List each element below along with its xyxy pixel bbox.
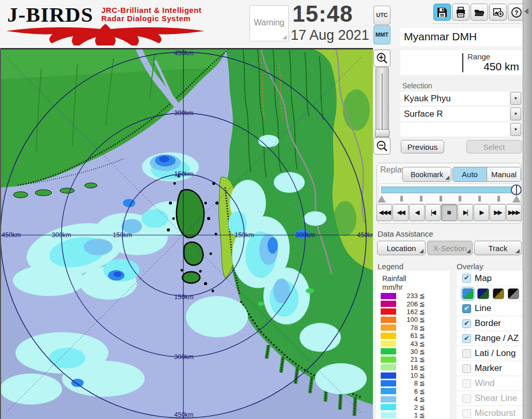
- lte-symbol: ≦: [419, 395, 425, 403]
- bookmark-button[interactable]: Bookmark: [402, 167, 451, 182]
- data-assistance-label: Data Assistance: [378, 229, 433, 238]
- product-dropdown-arrow[interactable]: ▼: [510, 107, 521, 120]
- legend-row: 43≦: [381, 339, 442, 347]
- replay-mode-toggle: Auto Manual: [452, 167, 521, 182]
- option-dropdown[interactable]: [400, 122, 509, 136]
- lte-symbol: ≦: [419, 340, 425, 348]
- map-style-swatch[interactable]: [508, 288, 519, 299]
- overlay-item-label: Map: [475, 273, 492, 284]
- legend-row: 2≦: [381, 403, 442, 411]
- lte-symbol: ≦: [419, 308, 425, 316]
- overlay-item-lati-long: Lati / Long: [457, 346, 523, 361]
- legend-value: 78: [396, 324, 418, 332]
- zoom-slider-line: [382, 73, 383, 129]
- legend-unit: mm/hr: [382, 283, 403, 291]
- clock-time: 15:48: [292, 1, 353, 27]
- overlay-list: MapLineBorderRange / AZLati / LongMarker…: [457, 271, 523, 419]
- product-dropdown[interactable]: Surface R: [400, 107, 509, 121]
- legend-row: 233≦: [381, 292, 442, 300]
- legend-value: 233: [396, 292, 418, 300]
- print-button[interactable]: [452, 4, 470, 21]
- legend-row: 78≦: [381, 324, 442, 332]
- auto-button[interactable]: Auto: [453, 167, 487, 181]
- station-dropdown[interactable]: Kyauk Phyu: [400, 91, 509, 105]
- checkbox[interactable]: [462, 394, 471, 403]
- legend-swatch: [381, 404, 396, 410]
- lte-symbol: ≦: [419, 379, 425, 387]
- select-button[interactable]: Select: [466, 140, 522, 153]
- legend-value: 6: [396, 387, 418, 395]
- utc-button[interactable]: UTC: [373, 6, 390, 25]
- checkbox[interactable]: [462, 304, 471, 313]
- stop-button[interactable]: ■: [441, 204, 457, 221]
- location-button[interactable]: Location: [377, 241, 426, 255]
- checkbox[interactable]: [462, 349, 471, 358]
- slider-tick: [478, 196, 481, 201]
- overlay-item-label: Wind: [475, 378, 495, 389]
- warning-button[interactable]: Warning: [249, 5, 289, 41]
- overlay-item-label: Microburst: [475, 408, 515, 418]
- overlay-item-marker: Marker: [457, 361, 523, 376]
- lte-symbol: ≦: [419, 404, 425, 411]
- zoom-out-button[interactable]: [373, 137, 390, 154]
- lte-symbol: ≦: [419, 364, 425, 371]
- panel-collapse-strip[interactable]: [523, 0, 532, 419]
- option-dropdown-arrow[interactable]: ▼: [510, 123, 521, 136]
- checkbox[interactable]: [462, 379, 471, 388]
- lte-symbol: ≦: [419, 292, 425, 300]
- map-style-swatch[interactable]: [493, 288, 504, 299]
- overlay-item-label: Range / AZ: [475, 333, 519, 344]
- collapse-arrow-icon[interactable]: [524, 8, 528, 14]
- save-button[interactable]: [433, 4, 451, 21]
- zoom-slider-handle[interactable]: [375, 129, 389, 137]
- legend-row: 162≦: [381, 308, 442, 316]
- legend-swatch: [381, 396, 396, 402]
- station-dropdown-arrow[interactable]: ▼: [510, 92, 521, 105]
- legend-swatch: [381, 293, 396, 299]
- map-left-edge: [0, 48, 1, 419]
- checkbox[interactable]: [462, 409, 471, 418]
- lte-symbol: ≦: [419, 355, 425, 363]
- step-forward-button[interactable]: ▶|: [458, 204, 473, 221]
- replay-slider-bar[interactable]: [381, 187, 517, 193]
- map-style-swatch[interactable]: [462, 288, 474, 299]
- slider-start-marker[interactable]: [378, 195, 386, 203]
- zoom-in-button[interactable]: [373, 50, 390, 67]
- radar-map[interactable]: 450km 300km 150km 150km 300km 450km 450k…: [0, 48, 373, 419]
- legend-swatch: [381, 340, 396, 347]
- play-reverse-button[interactable]: ◀: [409, 204, 425, 221]
- legend-row: 4≦: [381, 395, 442, 403]
- manual-button[interactable]: Manual: [487, 167, 521, 181]
- legend-value: 8: [396, 379, 418, 387]
- slider-tick: [400, 196, 403, 201]
- legend-swatch: [381, 348, 396, 354]
- step-back-button[interactable]: |◀: [425, 204, 441, 221]
- open-folder-button[interactable]: [471, 4, 488, 21]
- map-style-swatch[interactable]: [477, 288, 489, 299]
- add-image-button[interactable]: [489, 4, 507, 21]
- legend-row: 21≦: [381, 355, 442, 363]
- help-icon: ?: [511, 7, 522, 18]
- legend-swatch: [381, 324, 396, 331]
- checkbox[interactable]: [462, 364, 471, 373]
- mmt-button[interactable]: MMT: [373, 25, 390, 44]
- forward-fast-button[interactable]: ▶▶▶: [506, 204, 522, 221]
- xsection-button[interactable]: X-Section: [427, 241, 473, 255]
- track-button[interactable]: Track: [474, 241, 522, 255]
- play-button[interactable]: ▶: [474, 204, 489, 221]
- forward-button[interactable]: ▶▶: [490, 204, 505, 221]
- legend-swatch: [381, 373, 396, 379]
- legend-value: 30: [396, 348, 418, 355]
- checkbox[interactable]: [462, 274, 471, 283]
- lte-symbol: ≦: [419, 300, 425, 308]
- checkbox[interactable]: [462, 319, 471, 328]
- print-icon: [455, 7, 466, 18]
- radar-map-canvas: 450km 300km 150km 150km 300km 450km 450k…: [0, 48, 373, 419]
- legend-value: 162: [396, 308, 418, 316]
- rewind-fast-button[interactable]: ◀◀◀: [377, 204, 392, 221]
- rewind-button[interactable]: ◀◀: [393, 204, 408, 221]
- previous-button[interactable]: Previous: [401, 140, 444, 153]
- slider-end-marker[interactable]: [512, 195, 521, 203]
- replay-slider-handle[interactable]: [511, 184, 522, 195]
- checkbox[interactable]: [462, 334, 471, 343]
